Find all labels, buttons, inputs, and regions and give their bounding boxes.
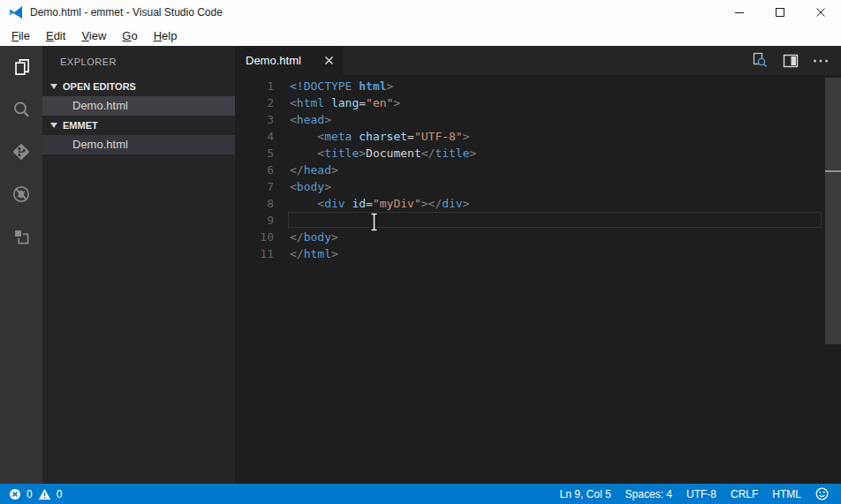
line-content: <body>: [274, 178, 331, 195]
file-demo-html[interactable]: Demo.html: [42, 135, 235, 154]
line-number: 7: [235, 178, 274, 195]
code-line-3[interactable]: 3<head>: [235, 111, 841, 128]
mouse-ibeam-cursor: [369, 213, 379, 231]
code-line-9[interactable]: 9: [235, 212, 841, 229]
maximize-button[interactable]: [760, 0, 800, 25]
language-mode-status[interactable]: HTML: [765, 484, 808, 504]
code-token: </: [421, 147, 436, 160]
code-token: >: [421, 197, 428, 210]
chevron-expanded-icon: [50, 84, 57, 89]
code-token: <!DOCTYPE: [290, 79, 359, 93]
tab-label: Demo.html: [246, 54, 301, 67]
close-tab-button[interactable]: [324, 56, 334, 65]
line-number: 3: [235, 111, 274, 128]
code-token: <: [317, 130, 324, 143]
menu-edit[interactable]: Edit: [38, 27, 73, 44]
code-token: </: [290, 163, 304, 177]
scrollbar-slider[interactable]: [825, 78, 841, 344]
code-line-2[interactable]: 2<html lang="en">: [235, 94, 841, 111]
cursor-position-status[interactable]: Ln 9, Col 5: [553, 484, 618, 504]
chevron-expanded-icon: [50, 123, 57, 128]
more-actions-icon[interactable]: [813, 58, 829, 64]
open-preview-icon[interactable]: [751, 52, 769, 69]
code-token: body: [297, 180, 324, 193]
activity-search[interactable]: [0, 88, 42, 131]
indentation-status[interactable]: Spaces: 4: [618, 484, 679, 504]
line-number: 5: [235, 145, 274, 162]
activity-extensions[interactable]: [0, 215, 42, 258]
vertical-scrollbar[interactable]: [825, 75, 841, 484]
code-token: <: [317, 147, 324, 160]
close-window-icon: [816, 8, 825, 17]
vscode-logo-icon: [9, 5, 23, 19]
line-content: </html>: [274, 245, 338, 262]
smiley-icon: [815, 487, 829, 500]
activity-source-control[interactable]: [0, 131, 42, 173]
extensions-icon: [10, 225, 33, 248]
code-token: >: [324, 113, 331, 126]
code-token: =: [407, 130, 414, 143]
code-token: "UTF-8": [414, 130, 463, 143]
error-warning-status[interactable]: 0 0: [7, 484, 64, 504]
code-token: [290, 147, 317, 160]
close-window-button[interactable]: [800, 0, 841, 25]
activity-debug[interactable]: [0, 173, 42, 215]
code-editor[interactable]: 1<!DOCTYPE html>2<html lang="en">3<head>…: [235, 75, 841, 484]
editor-group: Demo.html: [235, 46, 841, 484]
maximize-icon: [776, 8, 784, 17]
code-line-8[interactable]: 8 <div id="myDiv"></div>: [235, 195, 841, 212]
line-number: 8: [235, 195, 274, 212]
code-line-11[interactable]: 11</html>: [235, 245, 841, 262]
code-token: >: [324, 180, 331, 193]
code-line-7[interactable]: 7<body>: [235, 178, 841, 195]
menu-go[interactable]: Go: [114, 27, 145, 44]
title-bar: Demo.html - emmet - Visual Studio Code: [0, 0, 841, 25]
code-token: >: [470, 147, 477, 160]
code-line-1[interactable]: 1<!DOCTYPE html>: [235, 78, 841, 94]
files-icon: [10, 56, 33, 79]
code-token: title: [324, 147, 359, 160]
minimize-button[interactable]: [719, 0, 760, 25]
section-open-editors[interactable]: OPEN EDITORS: [42, 77, 235, 96]
code-line-4[interactable]: 4 <meta charset="UTF-8">: [235, 128, 841, 145]
code-token: <: [317, 197, 324, 210]
open-editor-demo-html[interactable]: Demo.html: [42, 96, 235, 116]
code-token: html: [359, 79, 386, 93]
line-number: 4: [235, 128, 274, 145]
split-editor-icon[interactable]: [783, 54, 799, 68]
eol-status[interactable]: CRLF: [724, 484, 765, 504]
activity-bar: [0, 46, 42, 484]
code-token: >: [331, 247, 338, 260]
line-number: 6: [235, 162, 274, 178]
window-title: Demo.html - emmet - Visual Studio Code: [30, 6, 223, 19]
menu-view[interactable]: View: [73, 27, 114, 44]
code-token: [324, 96, 331, 109]
code-token: </: [290, 247, 304, 260]
menu-file[interactable]: File: [4, 27, 38, 44]
code-line-10[interactable]: 10</body>: [235, 229, 841, 245]
code-token: id: [352, 197, 366, 210]
warning-icon: [38, 488, 51, 500]
code-token: <: [290, 96, 297, 109]
code-token: <: [290, 180, 297, 193]
code-lines: 1<!DOCTYPE html>2<html lang="en">3<head>…: [235, 78, 841, 262]
code-line-5[interactable]: 5 <title>Document</title>: [235, 145, 841, 162]
section-emmet-folder[interactable]: EMMET: [42, 116, 235, 135]
code-token: body: [304, 230, 331, 244]
code-token: div: [324, 197, 345, 210]
feedback-button[interactable]: [808, 484, 836, 504]
code-line-6[interactable]: 6</head>: [235, 162, 841, 178]
encoding-status[interactable]: UTF-8: [679, 484, 724, 504]
sidebar-title: EXPLORER: [42, 46, 235, 77]
line-content: <html lang="en">: [274, 94, 400, 111]
activity-explorer[interactable]: [0, 46, 42, 88]
menu-bar: File Edit View Go Help: [0, 25, 841, 46]
line-content: <head>: [274, 111, 331, 128]
code-token: charset: [359, 130, 407, 143]
menu-help[interactable]: Help: [146, 27, 186, 44]
line-number: 2: [235, 94, 274, 111]
section-label: OPEN EDITORS: [63, 81, 136, 92]
line-content: <meta charset="UTF-8">: [274, 128, 470, 145]
tab-demo-html[interactable]: Demo.html: [235, 46, 343, 75]
line-number: 1: [235, 78, 274, 94]
